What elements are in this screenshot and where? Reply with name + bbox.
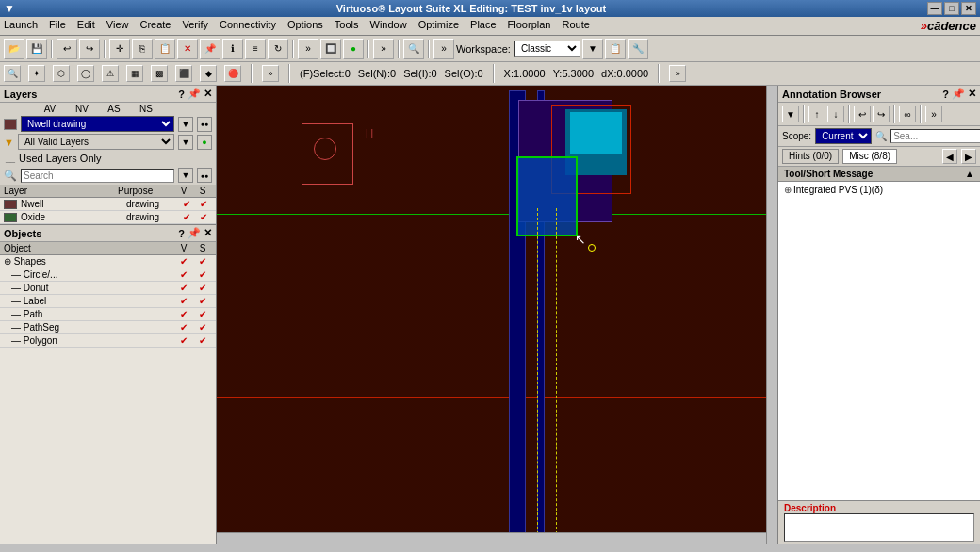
ab-tab-prev[interactable]: ◀: [942, 149, 957, 164]
menu-connectivity[interactable]: Connectivity: [220, 19, 276, 33]
objects-pin-icon[interactable]: 📌: [188, 227, 201, 239]
layers-close-icon[interactable]: ✕: [204, 88, 212, 100]
tool7[interactable]: ≡: [245, 39, 266, 59]
workspace-btn2[interactable]: 📋: [605, 39, 626, 59]
obj-polygon[interactable]: — Polygon ✔ ✔: [0, 334, 216, 348]
sel-tool2[interactable]: ✦: [28, 65, 45, 82]
obj-path[interactable]: — Path ✔ ✔: [0, 308, 216, 321]
menu-options[interactable]: Options: [287, 19, 323, 33]
ab-tree-item-pvs[interactable]: ⊕ Integrated PVS (1)(δ): [782, 184, 976, 196]
menu-place[interactable]: Place: [470, 19, 497, 33]
ab-more[interactable]: »: [925, 106, 942, 122]
ab-tool1[interactable]: ▼: [782, 106, 799, 122]
sel-tool5[interactable]: ⚠: [102, 65, 119, 82]
donut-s[interactable]: ✔: [193, 283, 212, 293]
donut-v[interactable]: ✔: [174, 283, 193, 293]
ab-close-icon[interactable]: ✕: [968, 88, 976, 100]
tool9[interactable]: »: [298, 39, 318, 59]
search-opts[interactable]: ●●: [197, 168, 212, 183]
ab-tool3[interactable]: ↓: [827, 106, 844, 122]
more-btn2[interactable]: »: [669, 65, 686, 82]
obj-circle[interactable]: — Circle/... ✔ ✔: [0, 268, 216, 282]
ab-tool2[interactable]: ↑: [808, 106, 825, 122]
move-button[interactable]: ✛: [109, 39, 130, 59]
menu-file[interactable]: File: [49, 19, 66, 33]
ab-tool5[interactable]: ↪: [873, 106, 890, 122]
delete-button[interactable]: ✕: [177, 39, 198, 59]
ab-scope-select[interactable]: Current C: [815, 128, 872, 144]
circle-s[interactable]: ✔: [193, 269, 212, 280]
open-button[interactable]: 📂: [4, 39, 24, 59]
layers-question-icon[interactable]: ?: [178, 89, 185, 100]
menu-view[interactable]: View: [106, 19, 129, 33]
redo-button[interactable]: ↪: [79, 39, 100, 59]
pathseg-v[interactable]: ✔: [174, 322, 193, 333]
copy-button[interactable]: ⎘: [132, 39, 153, 59]
save-button[interactable]: 💾: [26, 39, 47, 59]
canvas-area[interactable]: | | ↖: [217, 86, 777, 544]
ab-pin-icon[interactable]: 📌: [952, 88, 965, 100]
layer-row-oxide[interactable]: Oxide drawing ✔ ✔: [0, 211, 216, 224]
sel-tool9[interactable]: ◆: [200, 65, 217, 82]
search-button[interactable]: 🔍: [403, 39, 424, 59]
workspace-btn3[interactable]: 🔧: [628, 39, 648, 59]
label-v[interactable]: ✔: [174, 296, 193, 306]
ab-search-input[interactable]: [890, 129, 980, 143]
obj-shapes[interactable]: ⊕ Shapes ✔ ✔: [0, 255, 216, 268]
layer-dropdown-btn[interactable]: ▼: [178, 117, 193, 132]
more-btn[interactable]: »: [262, 65, 279, 82]
objects-question-icon[interactable]: ?: [178, 228, 185, 239]
ab-tool4[interactable]: ↩: [854, 106, 871, 122]
sel-tool3[interactable]: ⬡: [53, 65, 70, 82]
canvas-scrollbar-h[interactable]: [217, 532, 766, 544]
filter-btn2[interactable]: ●: [197, 135, 212, 150]
tool5[interactable]: 📌: [200, 39, 220, 59]
objects-close-icon[interactable]: ✕: [204, 227, 212, 239]
layer-search-input[interactable]: [21, 169, 174, 183]
menu-tools[interactable]: Tools: [335, 19, 359, 33]
circle-v[interactable]: ✔: [174, 269, 193, 280]
oxide-s[interactable]: ✔: [195, 212, 212, 222]
current-layer-select[interactable]: Nwell drawing: [21, 116, 174, 132]
ab-tool6[interactable]: ∞: [899, 106, 916, 122]
layer-row-nwell[interactable]: Nwell drawing ✔ ✔: [0, 198, 216, 211]
sel-tool8[interactable]: ⬛: [175, 65, 192, 82]
menu-window[interactable]: Window: [370, 19, 407, 33]
workspace-select[interactable]: Classic: [514, 41, 580, 57]
ab-tab-next[interactable]: ▶: [961, 149, 976, 164]
tool3[interactable]: 📋: [155, 39, 175, 59]
menu-launch[interactable]: Launch: [4, 19, 38, 33]
sel-tool7[interactable]: ▩: [151, 65, 168, 82]
menu-route[interactable]: Route: [562, 19, 589, 33]
tool11[interactable]: ●: [343, 39, 364, 59]
undo-button[interactable]: ↩: [57, 39, 77, 59]
ab-tree-expand-icon[interactable]: ⊕: [784, 185, 792, 195]
sel-tool4[interactable]: ◯: [77, 65, 94, 82]
tool10[interactable]: 🔲: [320, 39, 341, 59]
tool6[interactable]: ℹ: [222, 39, 243, 59]
menu-edit[interactable]: Edit: [77, 19, 95, 33]
menu-optimize[interactable]: Optimize: [418, 19, 459, 33]
path-v[interactable]: ✔: [174, 309, 193, 319]
menu-floorplan[interactable]: Floorplan: [508, 19, 551, 33]
search-dropdown[interactable]: ▼: [178, 168, 193, 183]
sel-tool10[interactable]: 🔴: [224, 65, 241, 82]
tool13[interactable]: »: [433, 39, 454, 59]
layer-options-btn[interactable]: ●●: [197, 117, 212, 132]
shapes-s[interactable]: ✔: [193, 256, 212, 267]
filter-btn1[interactable]: ▼: [178, 135, 193, 150]
polygon-s[interactable]: ✔: [193, 335, 212, 346]
tool8[interactable]: ↻: [268, 39, 288, 59]
ab-question-icon[interactable]: ?: [942, 89, 949, 100]
shapes-v[interactable]: ✔: [174, 256, 193, 267]
layers-pin-icon[interactable]: 📌: [188, 88, 201, 100]
obj-pathseg[interactable]: — PathSeg ✔ ✔: [0, 321, 216, 334]
filter-select[interactable]: All Valid Layers: [18, 134, 174, 150]
path-s[interactable]: ✔: [193, 309, 212, 319]
menu-create[interactable]: Create: [139, 19, 171, 33]
sel-tool6[interactable]: ▦: [126, 65, 143, 82]
canvas-scrollbar-v[interactable]: [766, 86, 777, 544]
ab-tab-misc[interactable]: Misc (8/8): [842, 149, 897, 164]
nwell-v[interactable]: ✔: [178, 199, 195, 209]
obj-label[interactable]: — Label ✔ ✔: [0, 295, 216, 308]
